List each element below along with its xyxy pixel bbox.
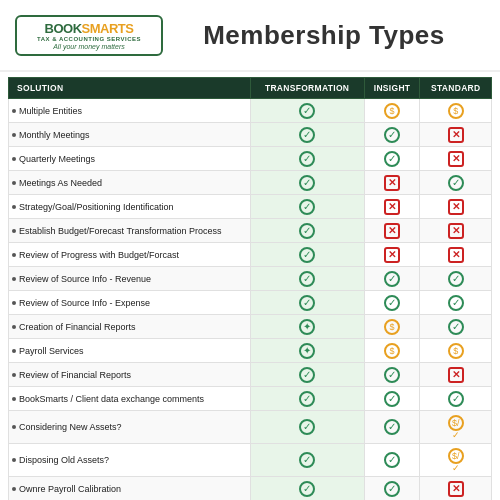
check-icon: ✓ xyxy=(448,271,464,287)
check-icon: ✓ xyxy=(299,367,315,383)
check-icon: ✓ xyxy=(384,481,400,497)
header: BOOK SMARTS TAX & ACCOUNTING SERVICES Al… xyxy=(0,0,500,72)
solution-cell: Review of Source Info - Expense xyxy=(9,291,251,315)
solution-cell: BookSmarts / Client data exchange commen… xyxy=(9,387,251,411)
insight-cell: ✕ xyxy=(364,243,420,267)
check-icon: ✓ xyxy=(299,271,315,287)
check-icon: ✓ xyxy=(299,391,315,407)
standard-cell: ✕ xyxy=(420,219,492,243)
table-row: Multiple Entities✓$$ xyxy=(9,99,492,123)
check-icon: ✓ xyxy=(299,452,315,468)
check-icon: ✓ xyxy=(299,295,315,311)
standard-cell: ✓ xyxy=(420,387,492,411)
transformation-cell: ✓ xyxy=(250,444,364,477)
transformation-cell: ✓ xyxy=(250,477,364,501)
check-icon: ✓ xyxy=(384,391,400,407)
insight-cell: ✕ xyxy=(364,195,420,219)
standard-cell: ✕ xyxy=(420,123,492,147)
dollar-check-icon: $/✓ xyxy=(448,415,464,431)
col-solution-header: SOLUTION xyxy=(9,78,251,99)
check-icon: ✓ xyxy=(299,103,315,119)
standard-cell: ✕ xyxy=(420,195,492,219)
table-row: Review of Progress with Budget/Forcast✓✕… xyxy=(9,243,492,267)
transformation-cell: ✓ xyxy=(250,123,364,147)
transformation-cell: ✓ xyxy=(250,243,364,267)
dollar-icon: $ xyxy=(448,343,464,359)
dollar-icon: $ xyxy=(384,103,400,119)
check-icon: ✓ xyxy=(299,481,315,497)
table-row: Strategy/Goal/Positioning Identification… xyxy=(9,195,492,219)
x-icon: ✕ xyxy=(448,127,464,143)
dollar-check-icon: $/✓ xyxy=(448,448,464,464)
standard-cell: $/✓ xyxy=(420,444,492,477)
solution-cell: Considering New Assets? xyxy=(9,411,251,444)
x-icon: ✕ xyxy=(448,367,464,383)
transformation-cell: ✓ xyxy=(250,267,364,291)
check-icon: ✓ xyxy=(384,151,400,167)
transformation-cell: ✓ xyxy=(250,291,364,315)
check-icon: ✓ xyxy=(384,367,400,383)
insight-cell: ✓ xyxy=(364,267,420,291)
solution-cell: Payroll Services xyxy=(9,339,251,363)
page-title: Membership Types xyxy=(163,20,485,51)
table-container: SOLUTION TRANSFORMATION INSIGHT STANDARD… xyxy=(0,72,500,500)
table-row: BookSmarts / Client data exchange commen… xyxy=(9,387,492,411)
col-transformation-header: TRANSFORMATION xyxy=(250,78,364,99)
star-icon: ✦ xyxy=(299,343,315,359)
table-row: Establish Budget/Forecast Transformation… xyxy=(9,219,492,243)
table-row: Review of Source Info - Revenue✓✓✓ xyxy=(9,267,492,291)
standard-cell: $ xyxy=(420,99,492,123)
insight-cell: ✓ xyxy=(364,444,420,477)
transformation-cell: ✓ xyxy=(250,363,364,387)
solution-cell: Establish Budget/Forecast Transformation… xyxy=(9,219,251,243)
transformation-cell: ✓ xyxy=(250,195,364,219)
x-icon: ✕ xyxy=(384,247,400,263)
standard-cell: ✕ xyxy=(420,243,492,267)
standard-cell: ✕ xyxy=(420,363,492,387)
check-icon: ✓ xyxy=(299,223,315,239)
solution-cell: Strategy/Goal/Positioning Identification xyxy=(9,195,251,219)
x-icon: ✕ xyxy=(384,199,400,215)
insight-cell: $ xyxy=(364,99,420,123)
solution-cell: Quarterly Meetings xyxy=(9,147,251,171)
standard-cell: ✓ xyxy=(420,315,492,339)
standard-cell: $ xyxy=(420,339,492,363)
transformation-cell: ✓ xyxy=(250,99,364,123)
insight-cell: ✓ xyxy=(364,147,420,171)
transformation-cell: ✦ xyxy=(250,315,364,339)
insight-cell: ✓ xyxy=(364,363,420,387)
dollar-icon: $ xyxy=(384,319,400,335)
table-row: Review of Source Info - Expense✓✓✓ xyxy=(9,291,492,315)
solution-cell: Review of Financial Reports xyxy=(9,363,251,387)
logo-sub: TAX & ACCOUNTING SERVICES xyxy=(37,36,141,42)
standard-cell: $/✓ xyxy=(420,411,492,444)
check-icon: ✓ xyxy=(448,391,464,407)
insight-cell: ✕ xyxy=(364,219,420,243)
transformation-cell: ✓ xyxy=(250,411,364,444)
standard-cell: ✓ xyxy=(420,171,492,195)
solution-cell: Meetings As Needed xyxy=(9,171,251,195)
x-icon: ✕ xyxy=(448,247,464,263)
insight-cell: $ xyxy=(364,315,420,339)
solution-cell: Review of Progress with Budget/Forcast xyxy=(9,243,251,267)
insight-cell: ✓ xyxy=(364,291,420,315)
x-icon: ✕ xyxy=(384,223,400,239)
transformation-cell: ✓ xyxy=(250,219,364,243)
table-row: Disposing Old Assets?✓✓$/✓ xyxy=(9,444,492,477)
check-icon: ✓ xyxy=(384,419,400,435)
table-header-row: SOLUTION TRANSFORMATION INSIGHT STANDARD xyxy=(9,78,492,99)
transformation-cell: ✓ xyxy=(250,147,364,171)
transformation-cell: ✓ xyxy=(250,387,364,411)
col-standard-header: STANDARD xyxy=(420,78,492,99)
x-icon: ✕ xyxy=(448,223,464,239)
dollar-icon: $ xyxy=(384,343,400,359)
logo-smarts: SMARTS xyxy=(82,21,134,36)
check-icon: ✓ xyxy=(448,319,464,335)
solution-cell: Disposing Old Assets? xyxy=(9,444,251,477)
solution-cell: Review of Source Info - Revenue xyxy=(9,267,251,291)
col-insight-header: INSIGHT xyxy=(364,78,420,99)
table-row: Payroll Services✦$$ xyxy=(9,339,492,363)
x-icon: ✕ xyxy=(384,175,400,191)
standard-cell: ✕ xyxy=(420,477,492,501)
insight-cell: ✓ xyxy=(364,123,420,147)
